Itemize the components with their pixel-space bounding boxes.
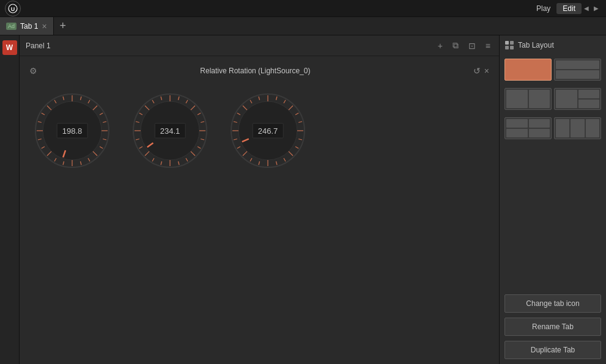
- right-sidebar: Tab Layout: [499, 35, 606, 364]
- layout-preview-three[interactable]: [554, 88, 601, 110]
- menu-bar: U Play Edit ◀ ▶: [0, 0, 606, 17]
- widget-actions: ↺ ×: [473, 66, 489, 76]
- change-tab-icon-button[interactable]: Change tab icon: [504, 294, 601, 313]
- dial-1-value: 198.8: [57, 123, 88, 139]
- tab-layout-icon: [504, 40, 514, 50]
- layers-button[interactable]: ≡: [483, 40, 493, 52]
- svg-rect-85: [505, 46, 509, 49]
- layout-preview-three-col[interactable]: [554, 117, 601, 139]
- tab-close-button[interactable]: ×: [42, 22, 46, 31]
- dial-2-value: 234.1: [155, 123, 186, 139]
- dial-2[interactable]: 234.1: [127, 88, 213, 173]
- svg-rect-83: [505, 41, 509, 45]
- layout-options-row3: [504, 117, 601, 139]
- tab-item-1[interactable]: Ad Tab 1 ×: [0, 17, 54, 35]
- tab-label: Tab 1: [20, 22, 38, 31]
- menu-arrow-right[interactable]: ▶: [591, 5, 601, 12]
- duplicate-tab-button[interactable]: Duplicate Tab: [504, 341, 601, 359]
- reset-button[interactable]: ↺: [473, 66, 481, 76]
- tab-ad-badge: Ad: [6, 23, 17, 30]
- ue-logo[interactable]: U: [5, 1, 21, 16]
- layout-preview-two-h[interactable]: [554, 59, 601, 81]
- dial-3-value: 246.7: [253, 123, 284, 139]
- main-layout: W Panel 1 + ⧉ ⊡ ≡ ⚙ Relative Rotation (L…: [0, 35, 606, 364]
- layout-options-row1: [504, 59, 601, 81]
- gear-icon[interactable]: ⚙: [29, 66, 37, 76]
- layout-preview-four[interactable]: [504, 117, 552, 139]
- center-content: Panel 1 + ⧉ ⊡ ≡ ⚙ Relative Rotation (Lig…: [20, 35, 499, 364]
- dial-1-wrapper: 198.8: [29, 88, 115, 173]
- svg-text:U: U: [11, 6, 15, 12]
- dials-container: 198.8: [29, 82, 489, 180]
- close-widget-button[interactable]: ×: [484, 66, 489, 76]
- left-sidebar: W: [0, 35, 20, 364]
- tab-add-button[interactable]: +: [54, 20, 73, 32]
- paste-panel-button[interactable]: ⊡: [466, 40, 478, 52]
- play-button[interactable]: Play: [530, 3, 556, 14]
- panel-header: Panel 1 + ⧉ ⊡ ≡: [20, 35, 499, 56]
- sidebar-w-button[interactable]: W: [2, 40, 17, 55]
- add-panel-button[interactable]: +: [435, 40, 445, 52]
- svg-rect-84: [510, 41, 514, 45]
- widget-toolbar: ⚙ Relative Rotation (LightSource_0) ↺ ×: [29, 66, 489, 76]
- dial-1[interactable]: 198.8: [29, 88, 115, 173]
- layout-preview-single[interactable]: [504, 59, 552, 81]
- layout-options-row2: [504, 88, 601, 110]
- tab-bar: Ad Tab 1 × +: [0, 17, 606, 35]
- panel-title: Panel 1: [26, 42, 51, 50]
- copy-panel-button[interactable]: ⧉: [450, 39, 461, 52]
- menu-arrow-left[interactable]: ◀: [582, 5, 591, 12]
- edit-button[interactable]: Edit: [556, 3, 582, 14]
- layout-preview-two-v[interactable]: [504, 88, 552, 110]
- right-sidebar-header: Tab Layout: [504, 40, 601, 54]
- dial-2-wrapper: 234.1: [127, 88, 213, 173]
- widget-panel: ⚙ Relative Rotation (LightSource_0) ↺ ×: [20, 56, 499, 189]
- dial-3[interactable]: 246.7: [225, 88, 311, 173]
- widget-title: Relative Rotation (LightSource_0): [42, 67, 468, 75]
- rename-tab-button[interactable]: Rename Tab: [504, 318, 601, 336]
- right-sidebar-title: Tab Layout: [518, 41, 554, 49]
- dial-3-wrapper: 246.7: [225, 88, 311, 173]
- svg-rect-86: [510, 46, 514, 49]
